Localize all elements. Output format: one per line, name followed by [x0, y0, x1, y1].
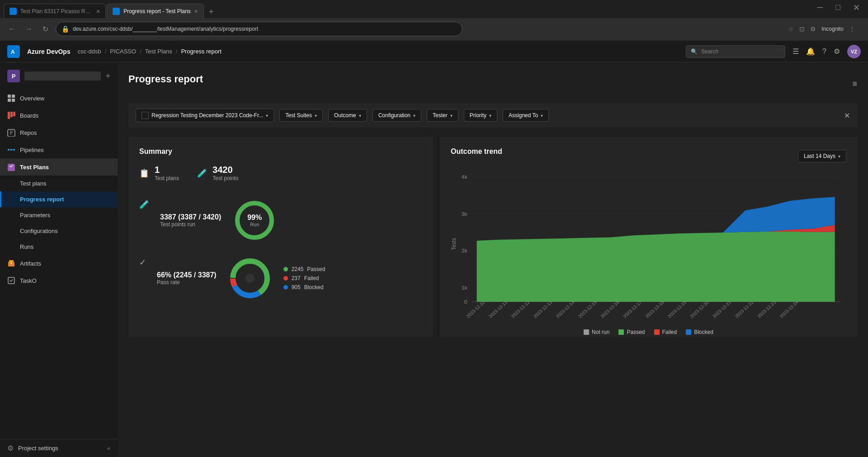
blocked-label: Blocked [304, 284, 324, 290]
filter-plan-chevron: ▾ [266, 113, 268, 118]
search-box[interactable]: 🔍 Search [686, 45, 785, 58]
tab-close-1[interactable]: × [96, 8, 100, 15]
filter-tester[interactable]: Tester ▾ [427, 109, 458, 122]
refresh-button[interactable]: ↻ [40, 23, 51, 35]
svg-text:2023-12-11: 2023-12-11 [488, 300, 509, 319]
svg-text:2023-12-17: 2023-12-17 [622, 300, 643, 319]
breadcrumb: csc-ddsb / PICASSO / Test Plans / Progre… [78, 48, 222, 55]
tab-close-2[interactable]: × [194, 8, 198, 15]
period-chevron: ▾ [838, 154, 840, 159]
checklist-icon[interactable]: ☰ [793, 47, 799, 56]
repos-icon [7, 129, 15, 137]
period-label: Last 14 Days [804, 153, 835, 159]
blocked-count: 905 [292, 284, 301, 290]
filter-configuration[interactable]: Configuration ▾ [373, 109, 421, 122]
sidebar-collapse-button[interactable]: « [107, 445, 110, 452]
extensions-icon[interactable]: ⚙ [810, 25, 816, 33]
sidebar-item-repos[interactable]: Repos [0, 124, 118, 141]
sidebar: P + Overview Boards Repos [0, 41, 118, 457]
failed-label: Failed [304, 275, 319, 281]
settings-label: Project settings [18, 445, 58, 452]
period-button[interactable]: Last 14 Days ▾ [798, 150, 846, 162]
sidebar-pipelines-label: Pipelines [20, 147, 44, 153]
summary-stats: 📋 1 Test plans 🧪 3420 Test points [139, 165, 422, 301]
sidebar-item-test-plans[interactable]: Test Plans [0, 158, 118, 176]
bell-icon[interactable]: 🔔 [806, 47, 815, 56]
bookmark-icon[interactable]: ☆ [788, 25, 794, 33]
svg-text:2023-12-19: 2023-12-19 [667, 300, 688, 319]
sidebar-item-overview[interactable]: Overview [0, 90, 118, 107]
svg-point-11 [13, 149, 15, 151]
tasko-icon [7, 276, 15, 285]
plans-label: Test plans [155, 175, 179, 181]
svg-text:1k: 1k [461, 285, 467, 291]
forward-button[interactable]: → [23, 23, 35, 35]
svg-text:0: 0 [464, 299, 467, 305]
svg-text:2023-12-24: 2023-12-24 [778, 300, 799, 319]
svg-text:2023-12-15: 2023-12-15 [577, 300, 598, 319]
filter-assigned-to[interactable]: Assigned To ▾ [503, 109, 549, 122]
help-icon[interactable]: ? [822, 48, 826, 56]
filter-plan[interactable]: Regression Testing December 2023 Code-Fr… [136, 109, 274, 122]
tab-2[interactable]: Progress report - Test Plans × [107, 4, 204, 18]
svg-rect-5 [12, 99, 15, 102]
blocked-dot [283, 285, 288, 290]
sidebar-item-parameters[interactable]: Parameters [0, 207, 118, 223]
sidebar-item-configurations[interactable]: Configurations [0, 223, 118, 239]
filter-test-suites[interactable]: Test Suites ▾ [279, 109, 323, 122]
svg-text:2023-12-20: 2023-12-20 [689, 300, 710, 319]
top-nav-icons: ☰ 🔔 ? ⚙ VZ [793, 45, 861, 58]
filter-priority[interactable]: Priority ▾ [464, 109, 497, 122]
sidebar-item-tasko[interactable]: TaskO [0, 272, 118, 289]
legend-not-run: Not run [584, 329, 609, 335]
cards-row: Summary 📋 1 Test plans 🧪 [128, 137, 857, 337]
breadcrumb-org[interactable]: csc-ddsb [78, 48, 101, 55]
browser-chrome: Test Plan 63317 Picasso Regress × Progre… [0, 0, 868, 41]
trend-title: Outcome trend [451, 148, 502, 156]
filter-outcome[interactable]: Outcome ▾ [328, 109, 367, 122]
svg-rect-2 [8, 95, 11, 98]
filter-settings-icon[interactable]: ≡ [852, 79, 857, 89]
tab-add-button[interactable]: + [205, 5, 217, 18]
add-project-button[interactable]: + [105, 71, 110, 81]
not-run-box [584, 329, 589, 335]
filter-tester-label: Tester [433, 112, 448, 119]
avatar[interactable]: VZ [847, 45, 861, 58]
minimize-button[interactable]: ─ [814, 3, 826, 13]
pass-rate-inner [245, 274, 255, 283]
filter-bar: Regression Testing December 2023 Code-Fr… [128, 103, 857, 128]
sidebar-runs-label: Runs [20, 243, 33, 250]
settings-icon[interactable]: ⚙ [834, 47, 840, 56]
sidebar-item-pipelines[interactable]: Pipelines [0, 141, 118, 158]
legend-passed-chart: Passed [618, 329, 645, 335]
back-button[interactable]: ← [5, 23, 18, 35]
summary-title: Summary [139, 148, 422, 156]
sidebar-item-artifacts[interactable]: Artifacts [0, 255, 118, 272]
sidebar-item-test-plans-sub[interactable]: Test plans [0, 176, 118, 191]
chart-legend: Not run Passed Failed Blocked [451, 329, 846, 335]
legend-blocked: 905 Blocked [283, 284, 326, 290]
svg-text:3k: 3k [461, 211, 467, 217]
address-bar[interactable]: 🔒 dev.azure.com/csc-ddsb/________/testMa… [56, 22, 462, 36]
filter-close-button[interactable]: ✕ [844, 111, 850, 120]
breadcrumb-section[interactable]: Test Plans [145, 48, 172, 55]
tab-1[interactable]: Test Plan 63317 Picasso Regress × [4, 4, 106, 18]
browser-menu-icon[interactable]: ⋮ [849, 25, 855, 33]
sidebar-item-boards[interactable]: Boards [0, 107, 118, 124]
sidebar-settings[interactable]: ⚙ Project settings « [0, 439, 118, 457]
blocked-label-chart: Blocked [694, 329, 713, 335]
pipelines-icon [7, 146, 15, 154]
close-button[interactable]: ✕ [850, 3, 863, 13]
passed-label-chart: Passed [627, 329, 645, 335]
sidebar-item-runs[interactable]: Runs [0, 239, 118, 255]
maximize-button[interactable]: □ [833, 3, 843, 13]
split-screen-icon[interactable]: ⊡ [799, 25, 805, 33]
run-label: 3387 (3387 / 3420) [160, 213, 221, 221]
breadcrumb-project[interactable]: PICASSO [110, 48, 136, 55]
sidebar-overview-label: Overview [20, 95, 44, 102]
passed-count: 2245 [292, 266, 304, 272]
passed-label: Passed [307, 266, 325, 272]
sidebar-project: P + [0, 66, 118, 86]
pass-label: 66% (2245 / 3387) [157, 271, 217, 279]
sidebar-item-progress-report[interactable]: Progress report [0, 191, 118, 207]
